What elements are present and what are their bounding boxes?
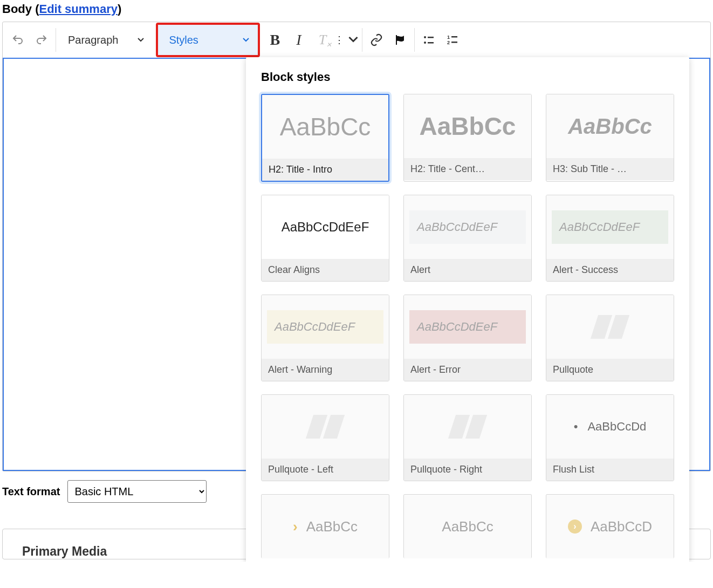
redo-button[interactable] — [30, 28, 53, 52]
block-styles-heading: Block styles — [261, 70, 674, 84]
style-tile-label: Alert - Warning — [262, 359, 389, 381]
style-tile-pullquote-right[interactable]: Pullquote - Right — [403, 394, 532, 481]
svg-text:2: 2 — [447, 40, 450, 45]
text-format-select[interactable]: Basic HTML — [67, 480, 207, 503]
editor-toolbar: Paragraph Styles B I T✕ ⋮ 12 — [2, 22, 711, 471]
flag-button[interactable] — [388, 28, 412, 52]
style-tile-arrow-3[interactable]: ›AaBbCcD — [546, 494, 674, 558]
style-tile-label: Flush List — [546, 459, 674, 481]
toolbar-separator — [56, 28, 56, 52]
svg-rect-3 — [428, 42, 434, 44]
style-tile-arrow-1[interactable]: ›AaBbCc — [261, 494, 389, 558]
style-tile-label: Pullquote - Left — [262, 459, 389, 481]
quote-icon — [310, 415, 341, 439]
bullet-list-button[interactable] — [417, 28, 441, 52]
body-label-text: Body — [2, 2, 32, 16]
styles-label: Styles — [169, 34, 198, 46]
quote-icon — [594, 315, 626, 339]
toolbar-separator — [414, 28, 415, 52]
body-field-label: Body (Edit summary) — [2, 2, 711, 16]
more-button[interactable]: ⋮ — [334, 28, 360, 52]
italic-button[interactable]: I — [287, 28, 311, 52]
undo-button[interactable] — [6, 28, 30, 52]
style-tile-label: H3: Sub Title - … — [546, 158, 674, 180]
style-tile-pullquote[interactable]: Pullquote — [546, 295, 674, 381]
style-tile-label: Alert — [404, 259, 531, 281]
clear-format-button[interactable]: T✕ — [311, 28, 334, 52]
svg-rect-1 — [428, 37, 434, 38]
style-tile-pullquote-left[interactable]: Pullquote - Left — [261, 394, 389, 481]
chevron-right-icon: › — [293, 518, 298, 535]
style-tile-h2-intro[interactable]: AaBbCc H2: Title - Intro — [261, 94, 389, 182]
style-tile-label: Alert - Success — [546, 259, 674, 281]
styles-dropdown-panel: Block styles AaBbCc H2: Title - Intro Aa… — [246, 57, 689, 562]
style-tile-h3-sub[interactable]: AaBbCc H3: Sub Title - … — [546, 94, 674, 182]
style-tile-alert[interactable]: AaBbCcDdEeF Alert — [403, 195, 532, 282]
style-tile-flush-list[interactable]: AaBbCcDd Flush List — [546, 394, 674, 481]
bold-button[interactable]: B — [263, 28, 287, 52]
style-tile-label: Pullquote — [546, 359, 674, 381]
numbered-list-button[interactable]: 12 — [441, 28, 464, 52]
paragraph-dropdown[interactable]: Paragraph — [58, 28, 153, 52]
link-button[interactable] — [365, 28, 388, 52]
style-tile-label: Alert - Error — [404, 359, 531, 381]
quote-icon — [452, 415, 483, 439]
svg-rect-7 — [451, 42, 457, 43]
svg-rect-5 — [451, 36, 457, 38]
styles-dropdown[interactable]: Styles — [156, 23, 259, 57]
svg-text:1: 1 — [447, 35, 450, 40]
arrow-circle-icon: › — [568, 519, 582, 534]
chevron-down-icon — [242, 34, 250, 46]
style-tile-alert-warning[interactable]: AaBbCcDdEeF Alert - Warning — [261, 295, 389, 381]
style-tile-alert-success[interactable]: AaBbCcDdEeF Alert - Success — [546, 195, 674, 282]
toolbar-separator — [362, 28, 362, 52]
svg-point-0 — [424, 36, 426, 38]
chevron-down-icon — [347, 32, 360, 47]
style-tile-label: H2: Title - Cent… — [404, 158, 531, 180]
paragraph-label: Paragraph — [68, 34, 118, 46]
style-tile-arrow-2[interactable]: AaBbCc — [403, 494, 532, 558]
svg-point-2 — [424, 42, 426, 44]
style-tile-clear-aligns[interactable]: AaBbCcDdEeF Clear Aligns — [261, 195, 389, 282]
style-tile-h2-centered[interactable]: AaBbCc H2: Title - Cent… — [403, 94, 532, 182]
text-format-label: Text format — [2, 486, 60, 498]
dots-vertical-icon: ⋮ — [334, 34, 344, 46]
style-tile-label: H2: Title - Intro — [262, 159, 388, 181]
style-tile-label: Pullquote - Right — [404, 459, 531, 481]
style-tile-label: Clear Aligns — [262, 259, 389, 281]
edit-summary-link[interactable]: Edit summary — [39, 2, 118, 16]
style-tile-alert-error[interactable]: AaBbCcDdEeF Alert - Error — [403, 295, 532, 381]
chevron-down-icon — [136, 34, 145, 46]
